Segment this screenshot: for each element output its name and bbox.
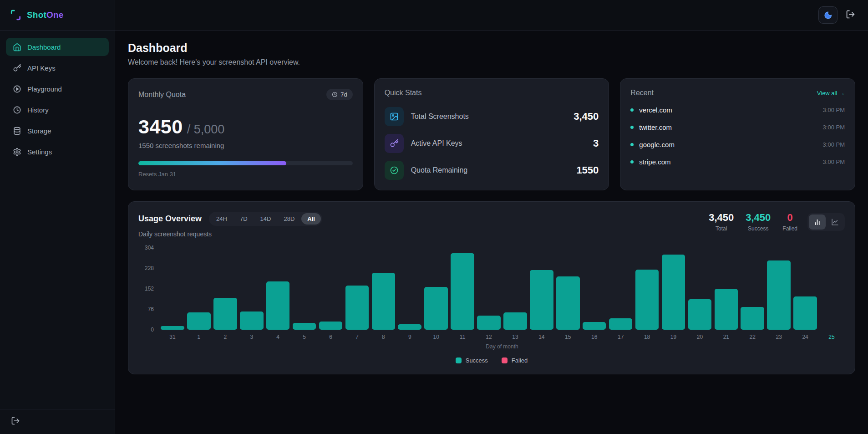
- quota-card-title: Monthly Quota: [138, 91, 186, 99]
- clock-icon: [332, 92, 338, 97]
- x-tick-label-15: 15: [555, 334, 581, 340]
- x-axis-title: Day of month: [159, 343, 845, 350]
- status-dot: [630, 108, 634, 112]
- bar-slot-1: [186, 248, 212, 330]
- success-bar-day-8[interactable]: [372, 273, 396, 330]
- gear-icon: [13, 148, 21, 156]
- bar-slot-13: [502, 248, 528, 330]
- stat-label: Total Screenshots: [411, 112, 567, 121]
- success-bar-day-21[interactable]: [715, 289, 738, 330]
- line-chart-view-button[interactable]: [827, 214, 843, 230]
- recent-item[interactable]: google.com 3:00 PM: [630, 141, 845, 148]
- logout-icon[interactable]: [11, 416, 20, 425]
- success-bar-day-16[interactable]: [583, 322, 606, 330]
- success-bar-day-7[interactable]: [345, 286, 369, 330]
- theme-toggle-button[interactable]: [818, 6, 838, 24]
- success-bar-day-15[interactable]: [556, 276, 580, 330]
- success-bar-day-20[interactable]: [688, 299, 712, 330]
- chart-bars: [159, 248, 845, 330]
- range-pill-28d[interactable]: 28D: [278, 213, 300, 225]
- success-bar-day-11[interactable]: [451, 253, 474, 330]
- bar-slot-6: [318, 248, 344, 330]
- sidebar-item-label: Playground: [27, 85, 62, 93]
- sidebar-item-settings[interactable]: Settings: [6, 143, 109, 161]
- success-bar-day-9[interactable]: [398, 324, 421, 330]
- main-content: Dashboard Welcome back! Here's your scre…: [115, 31, 868, 434]
- stat-value: 1550: [576, 164, 599, 176]
- recent-item[interactable]: vercel.com 3:00 PM: [630, 106, 845, 114]
- sidebar-item-dashboard[interactable]: Dashboard: [6, 38, 109, 56]
- failed-stat: 0 Failed: [782, 212, 797, 232]
- quota-limit-value: / 5,000: [187, 123, 225, 137]
- usage-chart: 076152228304 311234567891011121314151617…: [138, 248, 845, 364]
- legend-item-failed: Failed: [502, 357, 528, 364]
- topbar-logout-button[interactable]: [846, 10, 855, 21]
- sidebar-item-playground[interactable]: Playground: [6, 80, 109, 98]
- chart-plot: [159, 248, 845, 330]
- bar-chart-view-button[interactable]: [809, 214, 826, 230]
- recent-item[interactable]: stripe.com 3:00 PM: [630, 158, 845, 166]
- x-tick-label-17: 17: [608, 334, 634, 340]
- success-bar-day-3[interactable]: [240, 311, 264, 330]
- x-tick-label-21: 21: [713, 334, 739, 340]
- range-pill-all[interactable]: All: [301, 213, 321, 225]
- sidebar-footer: [0, 409, 115, 434]
- stat-label: Active API Keys: [411, 139, 586, 148]
- success-bar-day-31[interactable]: [161, 326, 184, 330]
- success-bar-day-14[interactable]: [530, 270, 553, 330]
- sidebar-item-api-keys[interactable]: API Keys: [6, 59, 109, 77]
- recent-item[interactable]: twitter.com 3:00 PM: [630, 123, 845, 131]
- stat-label: Quota Remaining: [411, 166, 569, 174]
- success-bar-day-1[interactable]: [187, 312, 211, 330]
- sidebar-item-label: Storage: [27, 127, 51, 135]
- status-dot: [630, 160, 634, 163]
- usage-title: Usage Overview: [138, 214, 202, 224]
- quick-stats-card: Quick Stats Total Screenshots 3,450: [374, 78, 609, 190]
- range-pill-7d[interactable]: 7D: [234, 213, 254, 225]
- recent-title: Recent: [630, 89, 654, 97]
- success-bar-day-24[interactable]: [793, 296, 817, 330]
- success-bar-day-22[interactable]: [741, 307, 764, 330]
- main-column: Dashboard Welcome back! Here's your scre…: [115, 0, 868, 434]
- bar-slot-17: [608, 248, 634, 330]
- quota-resets-text: Resets Jan 31: [138, 171, 353, 178]
- sidebar-item-label: Settings: [27, 148, 52, 156]
- success-bar-day-5[interactable]: [293, 323, 316, 330]
- bar-slot-16: [581, 248, 608, 330]
- sidebar-item-storage[interactable]: Storage: [6, 122, 109, 140]
- success-bar-day-2[interactable]: [213, 298, 237, 330]
- success-bar-day-17[interactable]: [609, 318, 633, 330]
- bar-slot-7: [344, 248, 370, 330]
- recent-time: 3:00 PM: [823, 107, 845, 113]
- bar-slot-19: [660, 248, 687, 330]
- summary-cards-row: Monthly Quota 7d 3450 / 5,000 1550 scree…: [128, 78, 855, 190]
- success-bar-day-18[interactable]: [635, 270, 659, 330]
- bar-slot-21: [713, 248, 739, 330]
- success-swatch: [456, 357, 462, 363]
- bar-slot-15: [555, 248, 581, 330]
- x-tick-label-9: 9: [396, 334, 423, 340]
- x-tick-label-12: 12: [476, 334, 502, 340]
- success-stat: 3,450 Success: [746, 212, 771, 232]
- failed-swatch: [502, 357, 508, 363]
- success-bar-day-19[interactable]: [662, 255, 685, 330]
- success-bar-day-13[interactable]: [503, 312, 527, 330]
- recent-domain: vercel.com: [639, 106, 817, 114]
- x-tick-label-11: 11: [449, 334, 476, 340]
- range-pill-14d[interactable]: 14D: [254, 213, 277, 225]
- success-bar-day-12[interactable]: [477, 316, 501, 330]
- success-bar-day-6[interactable]: [319, 322, 343, 330]
- moon-icon: [824, 11, 832, 20]
- success-bar-day-23[interactable]: [767, 260, 791, 330]
- success-bar-day-4[interactable]: [266, 281, 290, 330]
- bar-slot-11: [449, 248, 476, 330]
- key-icon: [13, 64, 21, 72]
- range-pill-24h[interactable]: 24H: [210, 213, 233, 225]
- x-tick-label-19: 19: [660, 334, 687, 340]
- sidebar-item-history[interactable]: History: [6, 101, 109, 119]
- bar-slot-5: [291, 248, 318, 330]
- line-chart-icon: [831, 218, 839, 226]
- success-bar-day-10[interactable]: [424, 287, 448, 330]
- logo: ShotOne: [0, 0, 115, 31]
- view-all-link[interactable]: View all →: [817, 90, 845, 97]
